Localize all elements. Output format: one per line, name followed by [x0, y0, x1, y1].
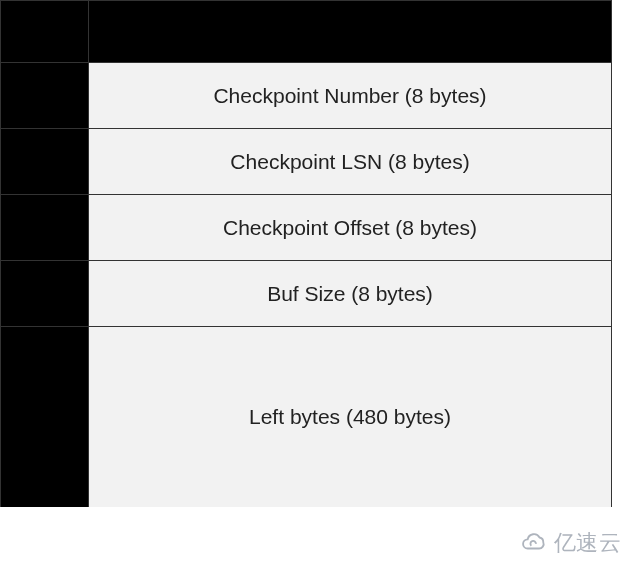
cloud-icon [520, 532, 550, 554]
field-label: Checkpoint Number (8 bytes) [89, 63, 612, 129]
header-row [1, 1, 612, 63]
sidebar-cell [1, 195, 89, 261]
field-row: Buf Size (8 bytes) [1, 261, 612, 327]
sidebar-cell [1, 327, 89, 507]
sidebar-cell [1, 1, 89, 63]
field-row: Checkpoint LSN (8 bytes) [1, 129, 612, 195]
sidebar-cell [1, 129, 89, 195]
field-label: Left bytes (480 bytes) [89, 327, 612, 507]
field-label: Buf Size (8 bytes) [89, 261, 612, 327]
field-row-large: Left bytes (480 bytes) [1, 327, 612, 507]
field-label: Checkpoint LSN (8 bytes) [89, 129, 612, 195]
header-cell [89, 1, 612, 63]
watermark-text: 亿速云 [554, 528, 622, 558]
field-row: Checkpoint Number (8 bytes) [1, 63, 612, 129]
layout-table: Checkpoint Number (8 bytes) Checkpoint L… [0, 0, 612, 507]
watermark: 亿速云 [520, 528, 622, 558]
sidebar-cell [1, 261, 89, 327]
field-label: Checkpoint Offset (8 bytes) [89, 195, 612, 261]
field-row: Checkpoint Offset (8 bytes) [1, 195, 612, 261]
sidebar-cell [1, 63, 89, 129]
